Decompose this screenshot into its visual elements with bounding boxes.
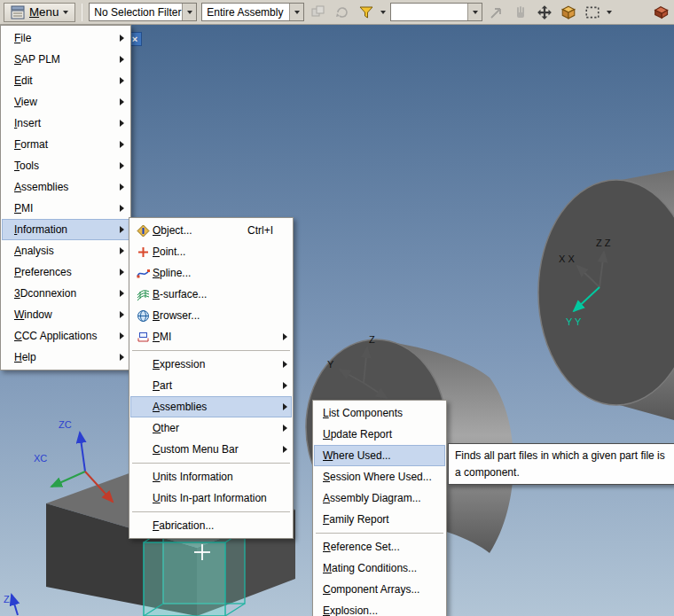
submenu-arrow-icon xyxy=(115,290,124,297)
menu-item-session-where-used[interactable]: Session Where Used... xyxy=(314,466,445,487)
menu-separator xyxy=(132,511,290,512)
menu-item-b-surface[interactable]: B-surface... xyxy=(130,284,292,305)
menu-item-label: Point... xyxy=(153,246,185,258)
menu-item-part[interactable]: Part xyxy=(130,375,292,396)
menu-item-spline[interactable]: Spline... xyxy=(130,262,292,284)
menu-item-label: Fabrication... xyxy=(153,519,214,532)
menu-item-point[interactable]: Point... xyxy=(130,241,292,262)
menu-item-ccc-applications[interactable]: CCC Applications xyxy=(2,325,129,347)
solid-part-icon[interactable] xyxy=(651,3,670,22)
corner-z-label: Z xyxy=(4,594,10,604)
menu-item-pmi[interactable]: PMI xyxy=(2,198,129,219)
object-info-icon xyxy=(137,224,150,238)
menu-item-assemblies-info[interactable]: Assemblies xyxy=(130,396,292,417)
snap-arrow-icon[interactable] xyxy=(487,3,506,22)
selection-bounding-box xyxy=(144,530,245,616)
menu-item-where-used[interactable]: Where Used... xyxy=(314,445,445,466)
main-toolbar: Menu No Selection Filter Entire Assembly xyxy=(0,0,674,25)
rotate-component-icon[interactable] xyxy=(333,3,352,22)
menu-item-label: Format xyxy=(14,138,48,151)
tooltip-text: Finds all part files in which a given pa… xyxy=(455,449,665,479)
menu-item-label: CCC Applications xyxy=(14,330,97,342)
menu-button[interactable]: Menu xyxy=(4,3,75,22)
combo-dropdown-button[interactable] xyxy=(467,4,482,20)
menu-item-file[interactable]: File xyxy=(2,27,129,49)
menu-item-expression[interactable]: Expression xyxy=(130,354,292,375)
menu-item-list-components[interactable]: List Components xyxy=(314,402,445,424)
menu-item-pmi-info[interactable]: PMI xyxy=(130,326,292,347)
menu-item-fabrication[interactable]: Fabrication... xyxy=(130,515,292,536)
selection-funnel-icon[interactable] xyxy=(357,3,376,22)
menu-item-information[interactable]: Information xyxy=(2,219,129,240)
menu-item-label: Custom Menu Bar xyxy=(153,443,239,456)
menu-item-label: Expression xyxy=(153,358,205,370)
menu-item-units-information[interactable]: Units Information xyxy=(130,466,292,487)
menu-item-edit[interactable]: Edit xyxy=(2,70,129,91)
menu-item-assemblies[interactable]: Assemblies xyxy=(2,176,129,198)
menu-item-custom-menu-bar[interactable]: Custom Menu Bar xyxy=(130,439,292,460)
menu-item-label: Tools xyxy=(14,160,39,172)
snap-point-combo[interactable] xyxy=(390,3,482,21)
submenu-arrow-icon xyxy=(278,361,287,368)
triad-z-label: Z xyxy=(369,334,375,345)
caret-down-icon[interactable] xyxy=(380,11,386,14)
submenu-arrow-icon xyxy=(115,269,124,276)
pan-hand-icon[interactable] xyxy=(511,3,530,22)
menu-item-label: Explosion... xyxy=(323,604,378,616)
menu-item-insert[interactable]: Insert xyxy=(2,113,129,134)
combo-dropdown-button[interactable] xyxy=(182,4,196,20)
menu-item-object[interactable]: Object... Ctrl+I xyxy=(130,220,292,241)
menu-item-label: List Components xyxy=(323,407,403,419)
menu-item-label: Part xyxy=(153,379,172,392)
selection-scope-combo[interactable]: Entire Assembly xyxy=(201,3,304,21)
caret-down-icon xyxy=(473,11,478,14)
submenu-arrow-icon xyxy=(115,162,124,169)
point-icon xyxy=(137,246,150,259)
spline-icon xyxy=(137,267,150,280)
submenu-arrow-icon xyxy=(115,205,124,212)
menu-item-label: View xyxy=(14,96,37,108)
menu-item-label: Spline... xyxy=(153,267,191,279)
caret-down-icon[interactable] xyxy=(607,11,612,14)
menu-item-update-report[interactable]: Update Report xyxy=(314,424,445,445)
menu-item-other[interactable]: Other xyxy=(130,417,292,439)
menu-item-reference-set[interactable]: Reference Set... xyxy=(314,536,445,558)
move-crosshair-icon[interactable] xyxy=(535,3,554,22)
menu-item-browser[interactable]: Browser... xyxy=(130,305,292,326)
menu-item-assembly-diagram[interactable]: Assembly Diagram... xyxy=(314,487,445,509)
menu-item-explosion[interactable]: Explosion... xyxy=(314,600,445,616)
selection-filter-combo[interactable]: No Selection Filter xyxy=(89,3,197,21)
submenu-arrow-icon xyxy=(115,247,124,254)
submenu-arrow-icon xyxy=(115,120,124,127)
menu-item-mating-conditions[interactable]: Mating Conditions... xyxy=(314,558,445,579)
menu-item-label: Family Report xyxy=(323,513,389,526)
menu-item-label: Help xyxy=(14,351,36,363)
browser-icon xyxy=(137,309,150,323)
submenu-arrow-icon xyxy=(278,425,287,432)
menu-item-label: Units In-part Information xyxy=(153,492,267,504)
menu-item-component-arrays[interactable]: Component Arrays... xyxy=(314,579,445,600)
menu-item-format[interactable]: Format xyxy=(2,134,129,155)
menu-item-family-report[interactable]: Family Report xyxy=(314,509,445,530)
menu-item-tools[interactable]: Tools xyxy=(2,155,129,176)
snap-cube-icon[interactable] xyxy=(559,3,578,22)
menu-item-label: B-surface... xyxy=(153,288,207,300)
menu-item-help[interactable]: Help xyxy=(2,347,129,368)
menu-item-label: Mating Conditions... xyxy=(323,562,417,574)
menu-item-analysis[interactable]: Analysis xyxy=(2,240,129,261)
menu-item-label: Window xyxy=(14,308,52,321)
menu-item-window[interactable]: Window xyxy=(2,304,129,325)
toolbar-separator xyxy=(82,4,82,21)
menu-item-3dconnexion[interactable]: 3Dconnexion xyxy=(2,283,129,304)
marquee-select-icon[interactable] xyxy=(583,3,602,22)
pmi-icon xyxy=(137,331,150,344)
menu-item-preferences[interactable]: Preferences xyxy=(2,261,129,283)
menu-item-label: Reference Set... xyxy=(323,541,400,553)
menu-item-sap-plm[interactable]: SAP PLM xyxy=(2,49,129,70)
information-submenu-panel: Object... Ctrl+I Point... Spline... B-su… xyxy=(129,217,294,539)
assembly-boxes-icon[interactable] xyxy=(309,3,328,22)
menu-item-label: Browser... xyxy=(153,309,200,322)
menu-item-view[interactable]: View xyxy=(2,91,129,113)
combo-dropdown-button[interactable] xyxy=(289,4,303,20)
menu-item-units-in-part-information[interactable]: Units In-part Information xyxy=(130,487,292,509)
